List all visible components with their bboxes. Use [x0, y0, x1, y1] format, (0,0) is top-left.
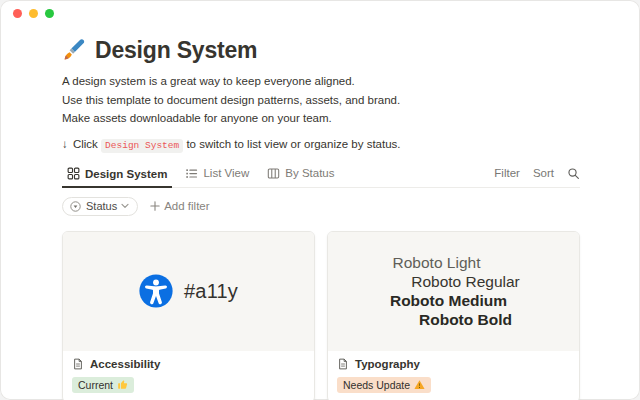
description-line-2: Use this template to document design pat…: [62, 91, 580, 110]
tab-label: By Status: [285, 167, 334, 179]
inline-code-design-system: Design System: [101, 139, 183, 153]
badge-label: Current: [78, 378, 113, 392]
gallery-view-icon: [67, 167, 80, 180]
a11y-cover-content: #a11y: [139, 274, 238, 308]
tab-label: Design System: [85, 168, 167, 180]
card-typography[interactable]: Roboto Light Roboto Regular Roboto Mediu…: [327, 231, 580, 400]
tab-label: List View: [203, 167, 249, 179]
card-info: Accessibility Current: [63, 351, 314, 400]
tip-suffix: to switch to list view or organize by st…: [186, 138, 400, 150]
warning-icon: [414, 379, 425, 390]
window-minimize-button[interactable]: [29, 9, 38, 18]
specimen-line: Roboto Bold: [407, 310, 524, 329]
add-filter-button[interactable]: Add filter: [150, 200, 209, 212]
page-description: A design system is a great way to keep e…: [62, 72, 580, 128]
gallery-cards: #a11y Accessibility Current: [62, 231, 580, 400]
tip-line: ↓ Click Design System to switch to list …: [62, 136, 580, 154]
view-toolbar: Filter Sort: [494, 167, 580, 187]
accessibility-icon: [139, 274, 173, 308]
window-titlebar: [0, 0, 640, 26]
tab-by-status[interactable]: By Status: [262, 164, 339, 187]
list-view-icon: [185, 167, 198, 180]
page-content: Design System A design system is a great…: [0, 36, 640, 400]
a11y-tag: #a11y: [184, 280, 238, 303]
specimen-line: Roboto Medium: [390, 291, 507, 310]
view-tabs-bar: Design System List View: [62, 164, 580, 188]
card-title-row: Accessibility: [72, 358, 305, 370]
page-header: Design System: [62, 36, 580, 64]
page-title: Design System: [95, 36, 257, 64]
specimen-line: Roboto Light: [378, 253, 495, 272]
add-filter-label: Add filter: [164, 200, 209, 212]
description-line-1: A design system is a great way to keep e…: [62, 72, 580, 91]
status-filter-chip[interactable]: Status: [62, 197, 138, 216]
status-chip-label: Status: [86, 200, 117, 212]
filter-button[interactable]: Filter: [494, 167, 520, 179]
card-title: Accessibility: [90, 358, 160, 370]
board-view-icon: [267, 167, 280, 180]
notion-window: Design System A design system is a great…: [0, 0, 640, 400]
thumbs-up-icon: [117, 379, 128, 390]
status-property-icon: [69, 200, 82, 213]
plus-icon: [150, 201, 160, 211]
search-button[interactable]: [567, 167, 580, 180]
card-cover: #a11y: [63, 232, 314, 351]
status-badge-needs-update: Needs Update: [337, 377, 431, 393]
sort-button[interactable]: Sort: [533, 167, 554, 179]
view-tabs: Design System List View: [62, 164, 339, 187]
card-title: Typography: [355, 358, 420, 370]
page-icon: [72, 358, 84, 370]
window-zoom-button[interactable]: [45, 9, 54, 18]
card-title-row: Typography: [337, 358, 570, 370]
card-accessibility[interactable]: #a11y Accessibility Current: [62, 231, 315, 400]
badge-label: Needs Update: [343, 378, 410, 392]
down-arrow-icon: ↓: [62, 138, 68, 150]
search-icon: [567, 167, 580, 180]
page-icon: [337, 358, 349, 370]
card-cover: Roboto Light Roboto Regular Roboto Mediu…: [328, 232, 579, 351]
tip-prefix: Click: [73, 138, 98, 150]
font-specimen: Roboto Light Roboto Regular Roboto Mediu…: [395, 253, 512, 329]
specimen-line: Roboto Regular: [407, 272, 524, 291]
card-info: Typography Needs Update: [328, 351, 579, 400]
window-close-button[interactable]: [13, 9, 22, 18]
chevron-down-icon: [121, 203, 129, 209]
paintbrush-icon: [62, 38, 86, 62]
tab-design-system[interactable]: Design System: [62, 164, 172, 188]
tab-list-view[interactable]: List View: [180, 164, 254, 187]
filter-bar: Status Add filter: [62, 197, 580, 216]
description-line-3: Make assets downloadable for anyone on y…: [62, 109, 580, 128]
status-badge-current: Current: [72, 377, 134, 393]
